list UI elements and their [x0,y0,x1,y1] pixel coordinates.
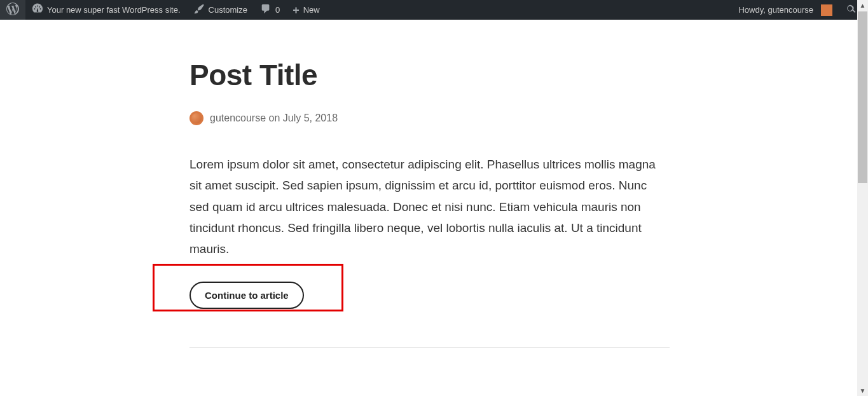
plus-icon: + [293,4,300,16]
scroll-up-arrow[interactable]: ▲ [857,0,868,11]
new-content-link[interactable]: + New [286,0,326,20]
search-icon [845,3,857,17]
wp-admin-bar: Your new super fast WordPress site. Cust… [0,0,868,20]
admin-bar-right: Howdy, gutencourse [732,0,863,20]
user-avatar [821,4,832,16]
post-date[interactable]: July 5, 2018 [283,113,338,123]
continue-reading-button[interactable]: Continue to article [189,282,304,309]
wp-logo-menu[interactable] [0,0,25,20]
comment-count: 0 [275,5,280,15]
author-avatar-icon [189,111,203,125]
post-content: Post Title gutencourse on July 5, 2018 L… [0,20,671,348]
new-label: New [303,5,320,15]
comment-icon [260,3,272,17]
scroll-thumb[interactable] [858,11,867,183]
post-excerpt: Lorem ipsum dolor sit amet, consectetur … [189,154,670,259]
wordpress-icon [6,3,19,17]
customize-icon [193,3,205,17]
post-divider [189,347,670,348]
howdy-account[interactable]: Howdy, gutencourse [732,0,839,20]
dashboard-icon [32,3,43,17]
howdy-label: Howdy, gutencourse [738,5,813,15]
post-meta-text: gutencourse on July 5, 2018 [210,113,338,124]
vertical-scrollbar[interactable]: ▲ ▼ [857,0,868,396]
customize-link[interactable]: Customize [187,0,254,20]
post-title: Post Title [189,58,671,92]
comments-link[interactable]: 0 [254,0,286,20]
site-name-link[interactable]: Your new super fast WordPress site. [25,0,187,20]
admin-bar-left: Your new super fast WordPress site. Cust… [0,0,326,20]
author-name[interactable]: gutencourse [210,113,266,123]
customize-label: Customize [209,5,247,15]
site-title-label: Your new super fast WordPress site. [47,5,181,15]
date-connector: on [269,113,280,123]
post-meta: gutencourse on July 5, 2018 [189,111,671,125]
scroll-down-arrow[interactable]: ▼ [857,385,868,396]
